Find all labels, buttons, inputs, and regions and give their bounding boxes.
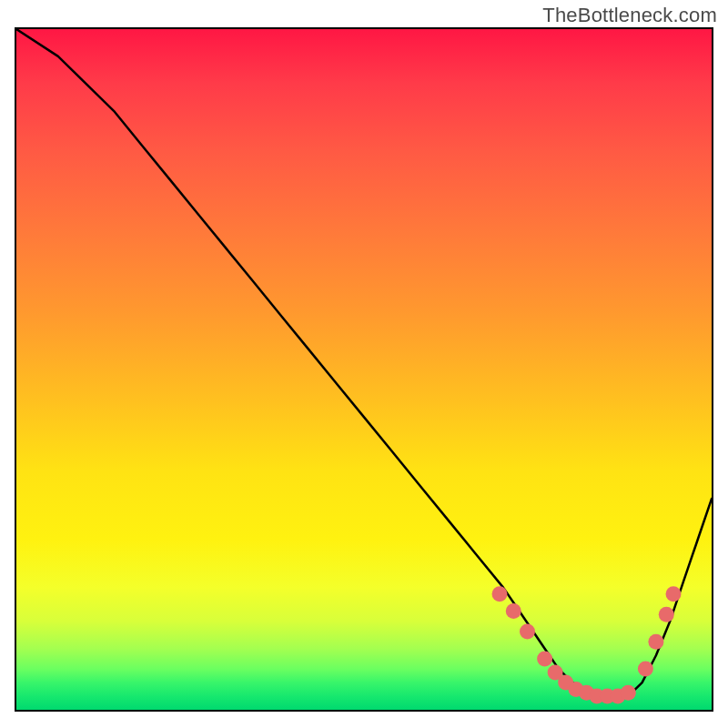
watermark-text: TheBottleneck.com <box>542 4 717 27</box>
curve-markers <box>492 586 682 703</box>
curve-marker <box>648 634 663 650</box>
bottleneck-curve <box>16 29 712 696</box>
curve-layer <box>16 29 712 710</box>
curve-marker <box>638 662 653 677</box>
curve-marker <box>621 685 636 701</box>
curve-marker <box>520 624 535 640</box>
curve-marker <box>659 607 674 622</box>
curve-marker <box>492 586 508 602</box>
chart-frame: TheBottleneck.com <box>0 0 728 728</box>
plot-area <box>15 27 713 712</box>
curve-marker <box>506 603 521 619</box>
curve-marker <box>666 586 682 602</box>
curve-marker <box>537 651 552 666</box>
